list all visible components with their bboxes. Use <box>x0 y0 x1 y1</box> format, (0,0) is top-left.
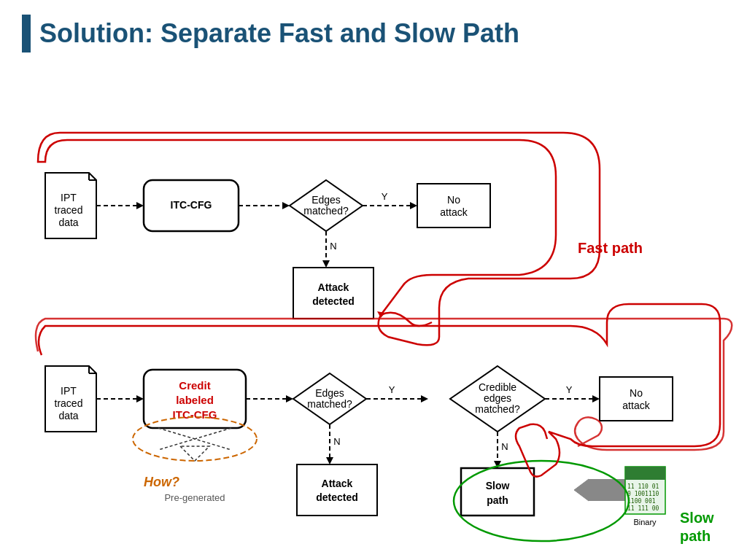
attack-bot-1: Attack <box>322 478 353 489</box>
svg-marker-19 <box>136 395 144 402</box>
slow-path-2: path <box>487 494 508 506</box>
slow-path-label: Slow <box>680 510 714 526</box>
ipt-bot-line3: data <box>58 410 78 421</box>
svg-marker-9 <box>410 202 417 209</box>
svg-marker-24 <box>180 446 209 461</box>
edges-bot-1: Edges <box>315 387 344 399</box>
attack-top-1: Attack <box>318 281 349 293</box>
ipt-top-line2: traced <box>55 204 83 216</box>
edges-bot-2: matched? <box>307 398 352 410</box>
svg-rect-41 <box>625 467 665 480</box>
page-container: Solution: Separate Fast and Slow Path IP… <box>0 0 747 560</box>
diagram-area: IPT traced data ITC-CFG Edges matched? Y… <box>22 67 725 548</box>
ipt-top-line1: IPT <box>61 192 77 203</box>
credible-2: edges <box>484 392 511 404</box>
n-label-credible: N <box>501 441 508 452</box>
fast-path-label: Fast path <box>578 240 643 256</box>
svg-text:11 111 00: 11 111 00 <box>627 505 659 512</box>
attack-bot-2: detected <box>316 491 358 503</box>
diagram-svg: IPT traced data ITC-CFG Edges matched? Y… <box>22 67 725 548</box>
slow-path-1: Slow <box>486 480 510 491</box>
credit-line3: ITC-CFG <box>173 408 217 421</box>
no-attack-top-2: attack <box>440 206 468 218</box>
edges-label-top-1: Edges <box>311 194 341 206</box>
y-label-top: Y <box>382 191 388 202</box>
no-attack-bot-2: attack <box>622 400 650 411</box>
attack-top-2: detected <box>312 295 355 307</box>
how-label: How? <box>144 475 179 489</box>
itc-cfg-top: ITC-CFG <box>171 199 212 211</box>
ipt-bot-line1: IPT <box>61 385 77 397</box>
svg-marker-28 <box>421 395 428 402</box>
no-attack-bot-1: No <box>630 387 643 399</box>
svg-marker-12 <box>322 260 330 268</box>
svg-rect-13 <box>293 268 374 319</box>
title-bar: Solution: Separate Fast and Slow Path <box>22 15 725 52</box>
svg-text:11 110 01: 11 110 01 <box>627 483 659 490</box>
svg-text:0 1001110: 0 1001110 <box>627 491 659 497</box>
svg-marker-30 <box>326 457 333 464</box>
svg-marker-38 <box>574 479 589 501</box>
credible-1: Credible <box>479 381 516 393</box>
ipt-top-line3: data <box>58 217 78 228</box>
svg-marker-4 <box>136 202 144 209</box>
svg-rect-37 <box>461 468 534 516</box>
n-label-top: N <box>330 241 336 252</box>
credit-line2: labeled <box>176 394 214 406</box>
credit-line1: Credit <box>179 379 210 392</box>
y-label-credible: Y <box>566 384 573 395</box>
credible-3: matched? <box>475 403 520 415</box>
no-attack-top-1: No <box>447 194 460 206</box>
svg-rect-31 <box>297 464 377 516</box>
slow-path-label-2: path <box>680 528 711 544</box>
svg-text:1100 001: 1100 001 <box>627 498 656 505</box>
svg-marker-33 <box>592 395 600 402</box>
n-label-bot-1: N <box>333 436 340 447</box>
binary-label: Binary <box>633 518 657 526</box>
y-label-bot-1: Y <box>389 384 395 395</box>
edges-label-top-2: matched? <box>303 205 349 217</box>
ipt-bot-line2: traced <box>55 397 83 409</box>
title-accent <box>22 15 31 52</box>
pregenerated-label: Pre-generated <box>164 492 225 503</box>
page-title: Solution: Separate Fast and Slow Path <box>39 18 519 49</box>
